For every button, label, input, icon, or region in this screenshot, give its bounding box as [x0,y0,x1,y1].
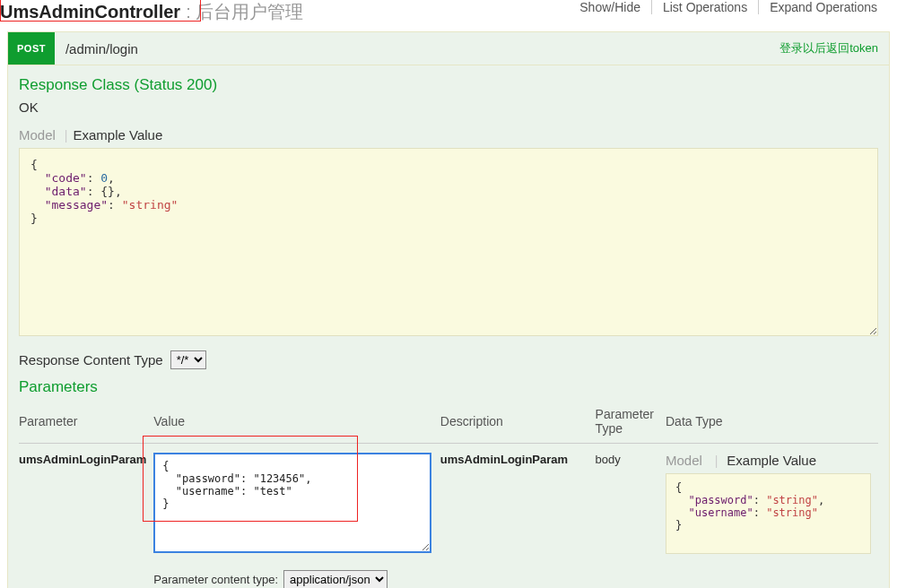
datatype-example-block[interactable]: { "password": "string", "username": "str… [666,473,871,554]
method-badge: POST [8,32,55,65]
show-hide-link[interactable]: Show/Hide [569,0,651,14]
operation-bar[interactable]: POST /admin/login 登录以后返回token [7,31,890,65]
param-content-type-select[interactable]: application/json [283,570,388,588]
response-example-block[interactable]: { "code": 0, "data": {}, "message": "str… [19,148,878,336]
response-tabs: Model|Example Value [19,127,878,143]
controller-name: UmsAdminController [0,2,180,22]
datatype-tabs: Model | Example Value [666,453,871,468]
response-content-type-label: Response Content Type [19,352,163,368]
parameters-table: Parameter Value Description Parameter Ty… [19,402,878,588]
parameters-title: Parameters [19,378,878,396]
controller-title[interactable]: UmsAdminController : 后台用户管理 [0,0,303,24]
th-data-type: Data Type [666,402,878,444]
th-parameter-type: Parameter Type [596,402,666,444]
tab-model[interactable]: Model [666,453,710,468]
expand-operations-link[interactable]: Expand Operations [758,0,888,14]
th-value: Value [153,402,440,444]
path-text: /admin/login [55,41,769,56]
table-row: umsAdminLoginParam Parameter content typ… [19,444,878,589]
tab-example-value[interactable]: Example Value [723,453,816,468]
param-value-input[interactable] [153,453,431,553]
param-type: body [596,444,666,589]
param-description: umsAdminLoginParam [440,444,596,589]
controller-desc: : 后台用户管理 [186,0,303,24]
header-ops: Show/Hide List Operations Expand Operati… [569,0,888,14]
response-class-title: Response Class (Status 200) [19,76,878,94]
operation-panel: Response Class (Status 200) OK Model|Exa… [7,65,890,588]
param-content-type-label: Parameter content type: [153,573,278,586]
response-ok: OK [19,99,878,115]
return-note: 登录以后返回token [769,40,889,56]
param-name: umsAdminLoginParam [19,444,153,589]
response-content-type-select[interactable]: */* [170,350,206,369]
th-parameter: Parameter [19,402,153,444]
tab-model[interactable]: Model [19,127,63,143]
tab-example-value[interactable]: Example Value [70,127,163,143]
th-description: Description [440,402,596,444]
list-operations-link[interactable]: List Operations [651,0,758,14]
